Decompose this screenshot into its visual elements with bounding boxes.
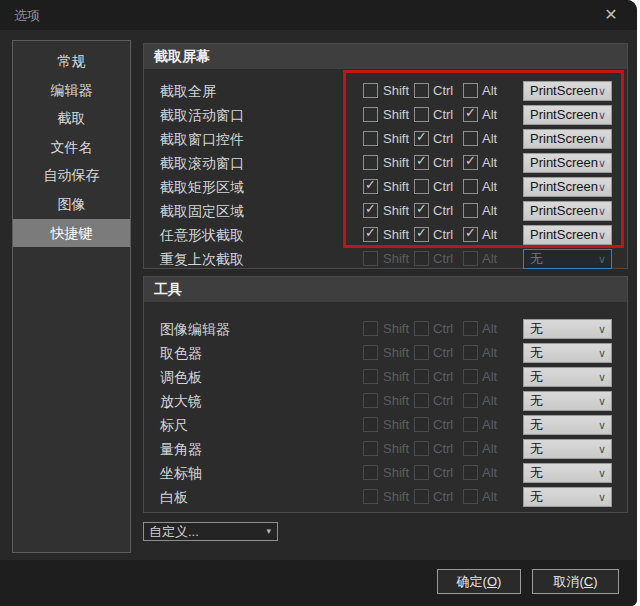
shift-checkbox[interactable]: ✓: [363, 441, 378, 456]
hotkey-select-value: 无: [530, 369, 543, 384]
hotkey-row: 截取活动窗口✓Shift✓Ctrl✓AltPrintScreen∨: [144, 103, 627, 127]
ctrl-checkbox[interactable]: ✓: [414, 441, 429, 456]
chevron-down-icon: ∨: [598, 344, 606, 362]
alt-checkbox[interactable]: ✓: [463, 441, 478, 456]
ctrl-checkbox[interactable]: ✓: [414, 179, 429, 194]
ctrl-checkbox[interactable]: ✓: [414, 155, 429, 170]
alt-label: Alt: [482, 365, 497, 389]
shift-checkbox[interactable]: ✓: [363, 107, 378, 122]
alt-checkbox[interactable]: ✓: [463, 369, 478, 384]
sidebar-item-6[interactable]: 快捷键: [13, 219, 130, 248]
ctrl-checkbox[interactable]: ✓: [414, 251, 429, 266]
alt-checkbox[interactable]: ✓: [463, 83, 478, 98]
sidebar-item-2[interactable]: 截取: [13, 104, 130, 133]
hotkey-row-label: 调色板: [160, 365, 202, 389]
alt-checkbox[interactable]: ✓: [463, 345, 478, 360]
chevron-down-icon: ∨: [598, 320, 606, 338]
hotkey-select[interactable]: 无∨: [523, 415, 612, 435]
hotkey-select[interactable]: 无∨: [523, 463, 612, 483]
ctrl-checkbox[interactable]: ✓: [414, 131, 429, 146]
shift-checkbox[interactable]: ✓: [363, 465, 378, 480]
alt-checkbox[interactable]: ✓: [463, 321, 478, 336]
alt-label: Alt: [482, 103, 497, 127]
sidebar-item-5[interactable]: 图像: [13, 190, 130, 219]
shift-checkbox[interactable]: ✓: [363, 345, 378, 360]
hotkey-select-value: PrintScreen: [530, 83, 598, 98]
chevron-down-icon: ∨: [598, 178, 606, 196]
chevron-down-icon: ∨: [598, 464, 606, 482]
ctrl-checkbox[interactable]: ✓: [414, 321, 429, 336]
ctrl-checkbox[interactable]: ✓: [414, 369, 429, 384]
hotkey-select[interactable]: PrintScreen∨: [523, 81, 612, 101]
alt-checkbox[interactable]: ✓: [463, 179, 478, 194]
hotkey-row-label: 取色器: [160, 341, 202, 365]
alt-label: Alt: [482, 223, 497, 247]
alt-checkbox[interactable]: ✓: [463, 465, 478, 480]
close-icon[interactable]: ✕: [599, 4, 623, 26]
ctrl-checkbox[interactable]: ✓: [414, 107, 429, 122]
section-header: 截取屏幕: [144, 44, 627, 69]
cancel-button[interactable]: 取消(C): [532, 569, 619, 594]
shift-checkbox[interactable]: ✓: [363, 131, 378, 146]
shift-checkbox[interactable]: ✓: [363, 417, 378, 432]
alt-checkbox[interactable]: ✓: [463, 489, 478, 504]
hotkey-select[interactable]: 无∨: [523, 319, 612, 339]
alt-checkbox[interactable]: ✓: [463, 251, 478, 266]
checkmark-icon: ✓: [365, 201, 376, 216]
alt-checkbox[interactable]: ✓: [463, 107, 478, 122]
hotkey-select[interactable]: PrintScreen∨: [523, 129, 612, 149]
hotkey-select[interactable]: PrintScreen∨: [523, 177, 612, 197]
shift-checkbox[interactable]: ✓: [363, 179, 378, 194]
hotkey-select[interactable]: 无∨: [523, 343, 612, 363]
hotkey-select[interactable]: PrintScreen∨: [523, 105, 612, 125]
sidebar-item-4[interactable]: 自动保存: [13, 161, 130, 190]
ctrl-checkbox[interactable]: ✓: [414, 203, 429, 218]
hotkey-select[interactable]: PrintScreen∨: [523, 153, 612, 173]
ctrl-checkbox[interactable]: ✓: [414, 83, 429, 98]
ctrl-label: Ctrl: [433, 365, 453, 389]
hotkey-select[interactable]: 无∨: [523, 439, 612, 459]
shift-checkbox[interactable]: ✓: [363, 227, 378, 242]
sidebar-item-3[interactable]: 文件名: [13, 133, 130, 162]
ctrl-checkbox[interactable]: ✓: [414, 489, 429, 504]
ctrl-label: Ctrl: [433, 127, 453, 151]
sidebar-item-0[interactable]: 常规: [13, 47, 130, 76]
ok-button[interactable]: 确定(O): [437, 569, 521, 594]
sidebar-item-1[interactable]: 编辑器: [13, 76, 130, 105]
ctrl-checkbox[interactable]: ✓: [414, 345, 429, 360]
chevron-down-icon: ∨: [598, 82, 606, 100]
ctrl-label: Ctrl: [433, 103, 453, 127]
alt-checkbox[interactable]: ✓: [463, 417, 478, 432]
ctrl-checkbox[interactable]: ✓: [414, 227, 429, 242]
hotkey-select[interactable]: 无∨: [523, 367, 612, 387]
shift-checkbox[interactable]: ✓: [363, 489, 378, 504]
shift-label: Shift: [383, 461, 409, 485]
ctrl-checkbox[interactable]: ✓: [414, 393, 429, 408]
ctrl-checkbox[interactable]: ✓: [414, 417, 429, 432]
chevron-down-icon: ∨: [598, 368, 606, 386]
shift-checkbox[interactable]: ✓: [363, 321, 378, 336]
preset-dropdown[interactable]: 自定义... ▾: [143, 522, 278, 541]
shift-checkbox[interactable]: ✓: [363, 369, 378, 384]
hotkey-select[interactable]: PrintScreen∨: [523, 225, 612, 245]
shift-checkbox[interactable]: ✓: [363, 83, 378, 98]
hotkey-select-value: PrintScreen: [530, 131, 598, 146]
chevron-down-icon: ∨: [598, 416, 606, 434]
hotkey-select[interactable]: 无∨: [523, 391, 612, 411]
shift-checkbox[interactable]: ✓: [363, 393, 378, 408]
alt-checkbox[interactable]: ✓: [463, 131, 478, 146]
ctrl-checkbox[interactable]: ✓: [414, 465, 429, 480]
shift-checkbox[interactable]: ✓: [363, 203, 378, 218]
chevron-down-icon: ∨: [598, 488, 606, 506]
shift-checkbox[interactable]: ✓: [363, 251, 378, 266]
alt-checkbox[interactable]: ✓: [463, 155, 478, 170]
alt-checkbox[interactable]: ✓: [463, 203, 478, 218]
hotkey-row: 标尺✓Shift✓Ctrl✓Alt无∨: [144, 413, 627, 437]
shift-checkbox[interactable]: ✓: [363, 155, 378, 170]
alt-checkbox[interactable]: ✓: [463, 393, 478, 408]
alt-checkbox[interactable]: ✓: [463, 227, 478, 242]
hotkey-select[interactable]: 无∨: [523, 487, 612, 507]
hotkey-select[interactable]: PrintScreen∨: [523, 201, 612, 221]
hotkey-select[interactable]: 无∨: [523, 249, 612, 269]
hotkey-select-value: PrintScreen: [530, 227, 598, 242]
